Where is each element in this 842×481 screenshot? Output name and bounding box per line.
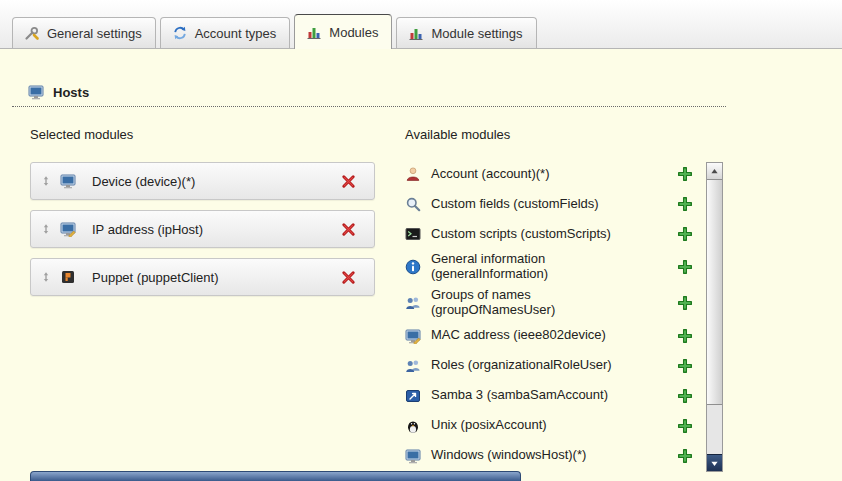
available-module-row: Groups of names (groupOfNamesUser) <box>405 288 704 318</box>
selected-module-label: IP address (ipHost) <box>92 222 203 237</box>
available-module-label: General information (generalInformation) <box>431 252 656 282</box>
scrollbar-thumb[interactable] <box>707 179 722 405</box>
add-icon <box>678 167 692 181</box>
available-module-row: Samba 3 (sambaSamAccount) <box>405 384 704 408</box>
add-icon <box>678 260 692 274</box>
drag-handle-icon[interactable] <box>41 224 51 234</box>
available-modules-heading: Available modules <box>405 127 723 142</box>
available-module-label: Samba 3 (sambaSamAccount) <box>431 388 608 403</box>
windows-icon <box>405 448 421 464</box>
selected-module-label: Device (device)(*) <box>92 174 195 189</box>
tools-icon <box>24 25 40 41</box>
device-icon <box>60 173 76 189</box>
search-icon <box>405 196 421 212</box>
drag-handle-icon[interactable] <box>41 272 51 282</box>
add-module-button[interactable] <box>676 165 694 183</box>
available-module-label: Roles (organizationalRoleUser) <box>431 358 612 373</box>
drag-handle-icon[interactable] <box>41 176 51 186</box>
scrollbar[interactable] <box>706 162 723 472</box>
add-icon <box>678 449 692 463</box>
selected-module-row[interactable]: Puppet (puppetClient) <box>30 258 375 296</box>
bottom-bar <box>30 471 521 481</box>
puppet-icon <box>60 269 76 285</box>
hosts-section-heading: Hosts <box>12 84 726 107</box>
delete-icon <box>341 174 356 189</box>
delete-icon <box>341 222 356 237</box>
add-module-button[interactable] <box>676 258 694 276</box>
available-module-label: Groups of names (groupOfNamesUser) <box>431 288 656 318</box>
tab-label: Module settings <box>431 26 522 41</box>
available-module-row: Roles (organizationalRoleUser) <box>405 354 704 378</box>
terminal-icon <box>405 226 421 242</box>
tab-module-settings[interactable]: Module settings <box>396 17 536 48</box>
tab-label: General settings <box>47 26 142 41</box>
tab-account-types[interactable]: Account types <box>160 17 291 48</box>
remove-module-button[interactable] <box>339 172 358 191</box>
add-icon <box>678 329 692 343</box>
available-modules-wrap: Account (account)(*)Custom fields (custo… <box>405 162 723 474</box>
add-module-button[interactable] <box>676 327 694 345</box>
selected-module-label: Puppet (puppetClient) <box>92 270 218 285</box>
content-area: Hosts Selected modules Device (device)(*… <box>0 50 842 481</box>
selected-modules-list: Device (device)(*)IP address (ipHost)Pup… <box>30 162 375 296</box>
add-module-button[interactable] <box>676 225 694 243</box>
available-module-label: Custom scripts (customScripts) <box>431 227 611 242</box>
scroll-down-button[interactable] <box>707 454 722 471</box>
remove-module-button[interactable] <box>339 220 358 239</box>
info-icon <box>405 259 421 275</box>
unix-icon <box>405 418 421 434</box>
remove-module-button[interactable] <box>339 268 358 287</box>
add-module-button[interactable] <box>676 417 694 435</box>
selected-module-row[interactable]: Device (device)(*) <box>30 162 375 200</box>
add-module-button[interactable] <box>676 294 694 312</box>
add-icon <box>678 419 692 433</box>
tab-label: Account types <box>195 26 277 41</box>
add-icon <box>678 359 692 373</box>
available-module-label: MAC address (ieee802device) <box>431 328 606 343</box>
available-modules-column: Available modules Account (account)(*)Cu… <box>405 127 723 474</box>
section-title: Hosts <box>53 85 89 100</box>
group-icon <box>405 295 421 311</box>
selected-modules-heading: Selected modules <box>30 127 375 142</box>
tab-general-settings[interactable]: General settings <box>12 17 156 48</box>
add-module-button[interactable] <box>676 447 694 465</box>
add-module-button[interactable] <box>676 195 694 213</box>
modules-columns: Selected modules Device (device)(*)IP ad… <box>30 127 842 474</box>
available-module-row: Custom fields (customFields) <box>405 192 704 216</box>
chart-icon <box>408 25 424 41</box>
add-module-button[interactable] <box>676 387 694 405</box>
add-icon <box>678 227 692 241</box>
add-icon <box>678 389 692 403</box>
tab-label: Modules <box>329 25 378 40</box>
available-module-label: Unix (posixAccount) <box>431 418 547 433</box>
available-module-row: Unix (posixAccount) <box>405 414 704 438</box>
available-modules-list: Account (account)(*)Custom fields (custo… <box>405 162 704 474</box>
available-module-row: General information (generalInformation) <box>405 252 704 282</box>
add-icon <box>678 296 692 310</box>
ip-address-icon <box>60 221 76 237</box>
roles-icon <box>405 358 421 374</box>
chart-icon <box>306 24 322 40</box>
sync-icon <box>172 25 188 41</box>
hosts-icon <box>28 84 44 100</box>
selected-modules-column: Selected modules Device (device)(*)IP ad… <box>30 127 375 474</box>
mac-address-icon <box>405 328 421 344</box>
add-module-button[interactable] <box>676 357 694 375</box>
available-module-row: Windows (windowsHost)(*) <box>405 444 704 468</box>
available-module-label: Account (account)(*) <box>431 167 550 182</box>
scroll-up-button[interactable] <box>707 163 722 180</box>
add-icon <box>678 197 692 211</box>
delete-icon <box>341 270 356 285</box>
available-module-row: Custom scripts (customScripts) <box>405 222 704 246</box>
selected-module-row[interactable]: IP address (ipHost) <box>30 210 375 248</box>
tab-modules[interactable]: Modules <box>294 14 392 49</box>
samba-icon <box>405 388 421 404</box>
available-module-label: Custom fields (customFields) <box>431 197 599 212</box>
available-module-row: Account (account)(*) <box>405 162 704 186</box>
account-icon <box>405 166 421 182</box>
tab-bar: General settingsAccount typesModulesModu… <box>0 0 842 49</box>
available-module-label: Windows (windowsHost)(*) <box>431 448 586 463</box>
available-module-row: MAC address (ieee802device) <box>405 324 704 348</box>
